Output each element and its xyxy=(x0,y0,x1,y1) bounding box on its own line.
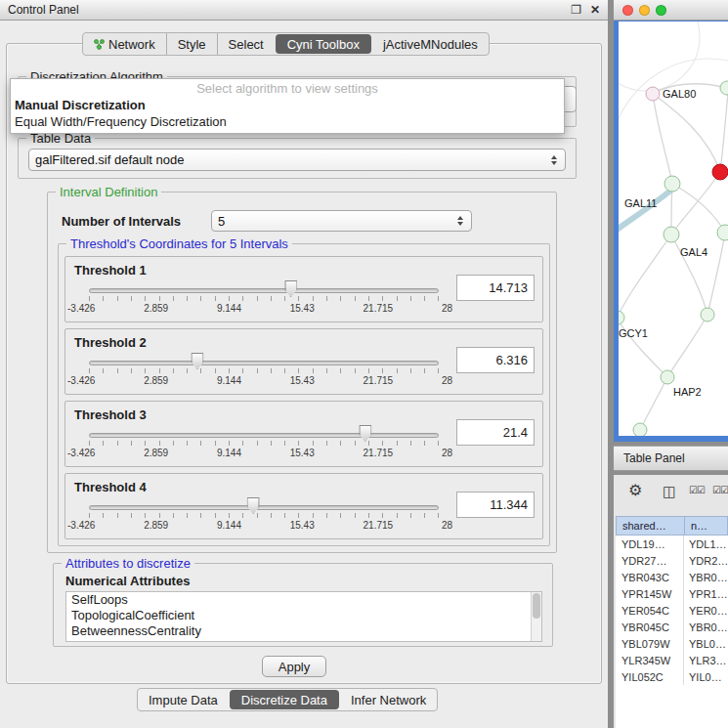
table-cell: YLR345W xyxy=(616,652,684,668)
node[interactable] xyxy=(701,308,714,321)
mac-close-icon[interactable] xyxy=(622,5,633,16)
slider-thumb[interactable] xyxy=(284,280,297,297)
scale-label: 9.144 xyxy=(217,303,241,314)
table-row[interactable]: YLR345WYLR3… xyxy=(616,652,728,668)
table-row[interactable]: YBL079WYBL0… xyxy=(616,635,728,652)
threshold-2-slider[interactable] xyxy=(89,359,439,374)
threshold-value-field[interactable]: 6.316 xyxy=(456,347,535,373)
list-item[interactable]: TopologicalCoefficient xyxy=(66,608,541,623)
select-columns-icon[interactable]: ☑☑ xyxy=(689,485,705,495)
table-cell: YBR0… xyxy=(684,619,728,635)
control-panel-window: Control Panel ❐ ✕ Network Style Select C… xyxy=(0,0,608,728)
tab-style[interactable]: Style xyxy=(166,33,217,55)
table-cell: YDL19… xyxy=(616,535,684,552)
threshold-value-field[interactable]: 14.713 xyxy=(456,275,535,301)
slider-track[interactable] xyxy=(89,505,439,510)
threshold-label: Threshold 3 xyxy=(74,407,147,422)
slider-thumb[interactable] xyxy=(247,497,260,514)
table-cell: YBL079W xyxy=(616,635,684,652)
scale-label: 2.859 xyxy=(144,448,168,458)
mac-zoom-icon[interactable] xyxy=(656,5,666,16)
network-canvas[interactable]: GAL80 GAL11 GAL4 GCY1 HAP2 xyxy=(619,21,728,436)
table-row[interactable]: YPR145WYPR1… xyxy=(616,585,728,602)
scale-label: 21.715 xyxy=(364,520,394,531)
table-row[interactable]: YIL052CYIL0… xyxy=(616,668,728,685)
slider-track[interactable] xyxy=(89,361,439,365)
node[interactable] xyxy=(664,176,680,192)
table-row[interactable]: YBR043CYBR0… xyxy=(616,569,728,585)
tab-select[interactable]: Select xyxy=(217,33,275,55)
list-scrollbar[interactable] xyxy=(531,592,541,641)
select-rows-icon[interactable]: ☑☑ xyxy=(712,485,728,495)
tab-label: Network xyxy=(108,37,155,52)
thresholds-group: Threshold's Coordinates for 5 Intervals … xyxy=(58,243,550,546)
table-row[interactable]: YBR045CYBR0… xyxy=(616,619,728,635)
table-cell: YBL0… xyxy=(684,635,728,652)
selected-node[interactable] xyxy=(712,164,728,180)
tab-cyni-toolbox[interactable]: Cyni Toolbox xyxy=(276,34,371,54)
table-data-combo[interactable]: galFiltered.sif default node xyxy=(28,149,566,171)
tab-discretize-data[interactable]: Discretize Data xyxy=(230,690,339,709)
network-focus-frame: GAL80 GAL11 GAL4 GCY1 HAP2 xyxy=(614,21,728,442)
numerical-attributes-list[interactable]: SelfLoopsTopologicalCoefficientBetweenne… xyxy=(65,591,542,642)
threshold-1-slider[interactable] xyxy=(89,286,439,302)
window-title: Control Panel xyxy=(8,3,79,17)
scale-label: 21.715 xyxy=(364,303,394,314)
node[interactable] xyxy=(720,81,728,95)
table-row[interactable]: YDR27…YDR2… xyxy=(616,552,728,569)
gear-icon[interactable]: ⚙ xyxy=(628,481,642,499)
threshold-4-panel: Threshold 4 -3.4262.8599.14415.4321.7152… xyxy=(64,473,543,539)
apply-button[interactable]: Apply xyxy=(262,656,326,677)
list-item[interactable]: SelfLoops xyxy=(66,592,541,608)
threshold-3-slider[interactable] xyxy=(89,431,439,447)
threshold-4-slider[interactable] xyxy=(89,503,439,519)
number-of-intervals-combo[interactable]: 5 xyxy=(211,210,472,232)
tab-infer-network[interactable]: Infer Network xyxy=(340,689,437,710)
close-window-icon[interactable]: ✕ xyxy=(590,4,600,16)
table-row[interactable]: YER054CYER0… xyxy=(616,602,728,619)
combo-value: 5 xyxy=(218,214,225,229)
slider-thumb[interactable] xyxy=(359,425,371,442)
node-label: GCY1 xyxy=(619,327,648,339)
node[interactable] xyxy=(664,227,679,242)
list-item[interactable]: BetweennessCentrality xyxy=(66,623,541,639)
tab-label: Infer Network xyxy=(351,693,426,707)
float-window-icon[interactable]: ❐ xyxy=(571,4,581,16)
top-tab-strip: Network Style Select Cyni Toolbox jActiv… xyxy=(82,32,490,56)
threshold-label: Threshold 2 xyxy=(74,335,147,350)
node[interactable] xyxy=(661,370,674,384)
tab-network[interactable]: Network xyxy=(83,33,166,55)
slider-ticks xyxy=(89,513,439,518)
scale-label: 28 xyxy=(442,448,452,458)
threshold-label: Threshold 4 xyxy=(74,480,147,494)
table-cell: YDL1… xyxy=(684,535,728,552)
algorithm-option-manual[interactable]: Manual Discretization xyxy=(11,97,564,113)
slider-track[interactable] xyxy=(89,433,439,438)
table-cell: YBR045C xyxy=(616,619,684,635)
combo-stepper-icon xyxy=(549,155,559,165)
threshold-value-field[interactable]: 21.4 xyxy=(456,419,535,446)
node[interactable] xyxy=(619,311,624,324)
tab-label: Style xyxy=(178,37,206,52)
threshold-3-panel: Threshold 3 -3.4262.8599.14415.4321.7152… xyxy=(64,401,543,467)
node[interactable] xyxy=(646,87,660,101)
slider-track[interactable] xyxy=(89,288,439,293)
columns-icon[interactable]: ◫ xyxy=(663,483,676,500)
tab-jactivemnodules[interactable]: jActiveMNodules xyxy=(372,33,489,55)
table-panel-bar: Table Panel xyxy=(614,446,728,471)
slider-scale: -3.4262.8599.14415.4321.71528 xyxy=(67,375,452,386)
node[interactable] xyxy=(633,423,647,436)
scrollbar-thumb[interactable] xyxy=(533,593,540,619)
column-header-shared-name[interactable]: shared… xyxy=(616,516,684,535)
tab-label: jActiveMNodules xyxy=(383,37,478,52)
threshold-value-field[interactable]: 11.344 xyxy=(456,492,535,518)
table-cell: YER054C xyxy=(616,602,684,619)
slider-thumb[interactable] xyxy=(191,353,203,369)
tab-impute-data[interactable]: Impute Data xyxy=(138,689,229,710)
node[interactable] xyxy=(717,225,728,240)
column-header-name[interactable]: n… xyxy=(684,516,728,535)
table-row[interactable]: YDL19…YDL1… xyxy=(616,535,728,552)
mac-minimize-icon[interactable] xyxy=(639,5,650,16)
slider-scale: -3.4262.8599.14415.4321.71528 xyxy=(67,448,452,458)
algorithm-option-equal-width[interactable]: Equal Width/Frequency Discretization xyxy=(11,113,564,130)
